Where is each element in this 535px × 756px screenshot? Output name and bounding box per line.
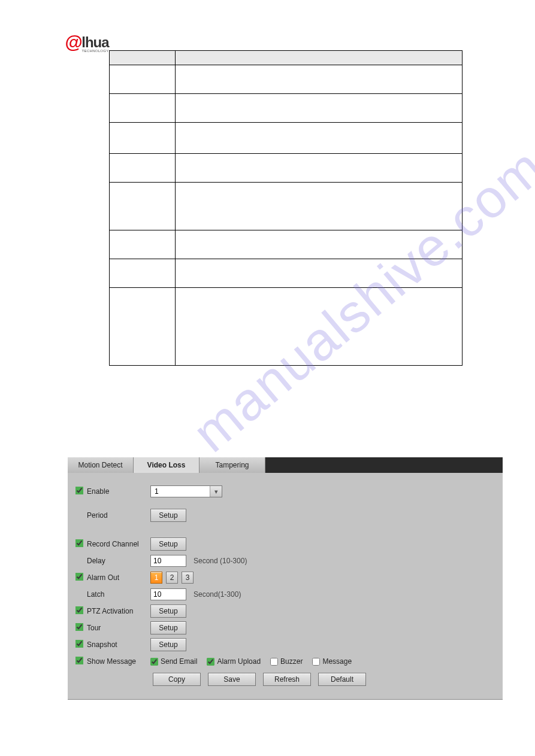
channel-select-value: 1: [155, 487, 159, 496]
tour-label: Tour: [84, 624, 150, 632]
table-row: [110, 230, 463, 259]
parameter-desc-cell: [176, 259, 463, 288]
table-row: [110, 288, 463, 366]
tab-video-loss[interactable]: Video Loss: [134, 457, 200, 473]
parameter-desc-cell: [176, 288, 463, 366]
delay-hint: Second (10-300): [194, 557, 247, 565]
ptz-activation-label: PTZ Activation: [84, 607, 150, 615]
alarm-out-port-3[interactable]: 3: [182, 572, 194, 584]
latch-input[interactable]: [150, 588, 186, 600]
enable-checkbox[interactable]: [75, 487, 83, 495]
save-button[interactable]: Save: [208, 673, 256, 686]
brand-logo-text: @lhua: [65, 31, 109, 51]
tab-motion-detect[interactable]: Motion Detect: [68, 457, 134, 473]
option-checkbox-send-email[interactable]: [150, 658, 158, 666]
ptz-setup-button[interactable]: Setup: [150, 605, 186, 618]
option-checkbox-alarm-upload[interactable]: [207, 658, 214, 666]
option-checkbox-message[interactable]: [312, 658, 320, 666]
delay-label: Delay: [84, 557, 150, 565]
parameter-name-cell: [110, 123, 176, 154]
parameter-desc-cell: [176, 154, 463, 183]
table-row: [110, 123, 463, 154]
parameter-desc-cell: [176, 183, 463, 230]
snapshot-label: Snapshot: [84, 640, 150, 649]
option-alarm-upload[interactable]: Alarm Upload: [207, 657, 261, 666]
latch-label: Latch: [84, 590, 150, 599]
table-row: [110, 65, 463, 94]
refresh-button[interactable]: Refresh: [263, 673, 311, 686]
parameter-table-header-0: [110, 51, 176, 65]
parameter-table-header-1: [176, 51, 463, 65]
parameter-name-cell: [110, 230, 176, 259]
action-button-row: Copy Save Refresh Default: [153, 673, 497, 686]
tour-setup-button[interactable]: Setup: [150, 621, 186, 634]
parameter-name-cell: [110, 94, 176, 123]
tab-bar: Motion DetectVideo LossTampering: [68, 457, 503, 473]
form-area: Enable 1 ▾ Period Setup Record Channel S…: [68, 473, 503, 699]
enable-label: Enable: [84, 487, 150, 496]
parameter-name-cell: [110, 65, 176, 94]
chevron-down-icon: ▾: [210, 486, 222, 497]
tab-tampering[interactable]: Tampering: [200, 457, 265, 473]
ptz-activation-checkbox[interactable]: [75, 606, 83, 615]
alarm-out-checkbox[interactable]: [75, 573, 83, 581]
parameter-desc-cell: [176, 94, 463, 123]
snapshot-setup-button[interactable]: Setup: [150, 638, 186, 651]
delay-input[interactable]: [150, 555, 186, 567]
brand-logo-accent: @: [65, 32, 81, 53]
snapshot-checkbox[interactable]: [75, 640, 83, 648]
table-row: [110, 94, 463, 123]
parameter-name-cell: [110, 183, 176, 230]
period-label: Period: [84, 511, 150, 520]
alarm-out-label: Alarm Out: [84, 573, 150, 582]
record-channel-label: Record Channel: [84, 540, 150, 548]
parameter-name-cell: [110, 154, 176, 183]
show-message-label: Show Message: [84, 657, 150, 666]
period-setup-button[interactable]: Setup: [150, 509, 186, 522]
table-row: [110, 183, 463, 230]
option-label: Message: [322, 657, 352, 666]
option-buzzer[interactable]: Buzzer: [270, 657, 303, 666]
show-message-checkbox[interactable]: [75, 657, 83, 665]
copy-button[interactable]: Copy: [153, 673, 201, 686]
record-channel-setup-button[interactable]: Setup: [150, 538, 186, 551]
parameter-name-cell: [110, 259, 176, 288]
alarm-out-port-1[interactable]: 1: [150, 572, 162, 584]
parameter-desc-cell: [176, 123, 463, 154]
alarm-out-port-2[interactable]: 2: [166, 572, 178, 584]
table-row: [110, 259, 463, 288]
video-detect-panel: Motion DetectVideo LossTampering Enable …: [68, 457, 503, 700]
table-row: [110, 154, 463, 183]
parameter-table: [109, 50, 463, 366]
option-label: Alarm Upload: [217, 657, 261, 666]
option-message[interactable]: Message: [312, 657, 352, 666]
parameter-desc-cell: [176, 65, 463, 94]
option-label: Buzzer: [280, 657, 303, 666]
channel-select[interactable]: 1 ▾: [150, 485, 222, 497]
option-label: Send Email: [161, 657, 197, 666]
tour-checkbox[interactable]: [75, 623, 83, 631]
latch-hint: Second(1-300): [194, 590, 241, 599]
default-button[interactable]: Default: [318, 673, 366, 686]
record-channel-checkbox[interactable]: [75, 539, 83, 548]
option-checkbox-buzzer[interactable]: [270, 658, 278, 666]
option-send-email[interactable]: Send Email: [150, 657, 197, 666]
parameter-name-cell: [110, 288, 176, 366]
parameter-desc-cell: [176, 230, 463, 259]
brand-logo: @lhua TECHNOLOGY: [65, 31, 109, 53]
